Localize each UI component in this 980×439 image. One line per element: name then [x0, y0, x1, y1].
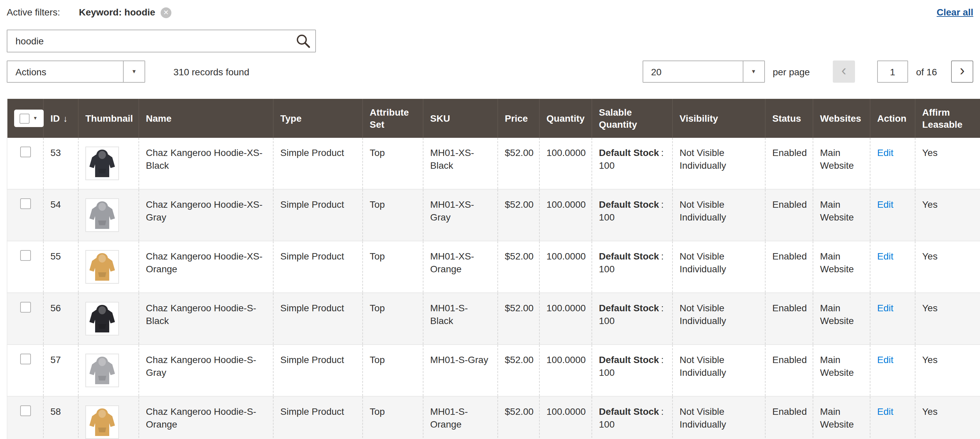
- col-header-status[interactable]: Status: [765, 99, 813, 138]
- cell-visibility: Not Visible Individually: [673, 345, 765, 396]
- search-button[interactable]: [294, 32, 312, 50]
- edit-link[interactable]: Edit: [877, 199, 893, 210]
- select-all-control[interactable]: ▼: [14, 110, 43, 127]
- row-checkbox[interactable]: [20, 250, 30, 261]
- edit-link[interactable]: Edit: [877, 251, 893, 261]
- cell-type: Simple Product: [273, 293, 363, 345]
- row-checkbox[interactable]: [20, 302, 30, 313]
- previous-page-button[interactable]: ‹: [833, 60, 855, 83]
- total-pages-text: of 16: [916, 66, 937, 77]
- cell-attribute-set: Top: [363, 345, 423, 396]
- cell-status: Enabled: [765, 189, 813, 241]
- col-header-id[interactable]: ID↓: [43, 99, 78, 138]
- chevron-down-icon[interactable]: ▼: [742, 61, 764, 82]
- cell-action: Edit: [870, 293, 915, 345]
- cell-visibility: Not Visible Individually: [673, 293, 765, 345]
- cell-salable-quantity: Default Stock: 100: [592, 138, 673, 189]
- grid-toolbar: Actions ▼ 310 records found 20 ▼ per pag…: [7, 60, 973, 83]
- cell-thumbnail: [78, 345, 139, 396]
- active-filters-bar: Active filters: Keyword: hoodie ✕ Clear …: [0, 0, 980, 19]
- remove-filter-icon[interactable]: ✕: [161, 7, 172, 18]
- hoodie-image: [89, 252, 116, 282]
- cell-type: Simple Product: [273, 138, 363, 189]
- actions-select[interactable]: Actions ▼: [7, 60, 145, 83]
- col-header-name[interactable]: Name: [139, 99, 273, 138]
- col-label: Action: [877, 113, 907, 124]
- per-page-select[interactable]: 20 ▼: [642, 60, 765, 83]
- col-label: Salable Quantity: [599, 107, 637, 130]
- cell-type: Simple Product: [273, 345, 363, 396]
- col-header-affirm-leasable[interactable]: Affirm Leasable: [915, 99, 980, 138]
- per-page-value: 20: [643, 61, 742, 82]
- per-page-label: per page: [773, 66, 810, 77]
- col-label: Thumbnail: [85, 113, 133, 124]
- filter-chip-keyword: Keyword: hoodie ✕: [79, 6, 172, 19]
- status-badge: Enabled: [772, 406, 807, 417]
- table-row: 57 Chaz Kangeroo Hoodie-S-Gray Simple Pr…: [7, 345, 980, 396]
- select-all-checkbox[interactable]: [19, 113, 30, 123]
- col-header-visibility[interactable]: Visibility: [673, 99, 765, 138]
- cell-action: Edit: [870, 396, 915, 439]
- cell-price: $52.00: [498, 138, 539, 189]
- col-header-quantity[interactable]: Quantity: [539, 99, 592, 138]
- hoodie-image: [89, 304, 116, 334]
- edit-link[interactable]: Edit: [877, 302, 893, 313]
- cell-websites: Main Website: [813, 396, 870, 439]
- cell-sku: MH01-XS-Black: [423, 138, 498, 189]
- cell-id: 54: [43, 189, 78, 241]
- cell-select: [7, 138, 43, 189]
- cell-salable-quantity: Default Stock: 100: [592, 241, 673, 293]
- next-page-button[interactable]: ›: [951, 60, 973, 83]
- col-header-sku[interactable]: SKU: [423, 99, 498, 138]
- cell-action: Edit: [870, 138, 915, 189]
- cell-salable-quantity: Default Stock: 100: [592, 293, 673, 345]
- cell-sku: MH01-S-Orange: [423, 396, 498, 439]
- cell-websites: Main Website: [813, 241, 870, 293]
- cell-websites: Main Website: [813, 189, 870, 241]
- edit-link[interactable]: Edit: [877, 406, 893, 417]
- cell-name: Chaz Kangeroo Hoodie-XS-Gray: [139, 189, 273, 241]
- search-input[interactable]: [7, 30, 316, 52]
- cell-thumbnail: [78, 138, 139, 189]
- pagination-controls: 20 ▼ per page ‹ of 16 ›: [642, 60, 973, 83]
- clear-all-link[interactable]: Clear all: [937, 6, 973, 19]
- col-header-action: Action: [870, 99, 915, 138]
- cell-salable-quantity: Default Stock: 100: [592, 189, 673, 241]
- col-header-websites[interactable]: Websites: [813, 99, 870, 138]
- row-checkbox[interactable]: [20, 354, 30, 364]
- cell-name: Chaz Kangeroo Hoodie-S-Gray: [139, 345, 273, 396]
- cell-name: Chaz Kangeroo Hoodie-S-Orange: [139, 396, 273, 439]
- row-checkbox[interactable]: [20, 406, 30, 416]
- col-header-price[interactable]: Price: [498, 99, 539, 138]
- col-header-attribute-set[interactable]: Attribute Set: [363, 99, 423, 138]
- col-header-type[interactable]: Type: [273, 99, 363, 138]
- product-thumbnail: [85, 302, 119, 336]
- col-label: Status: [772, 113, 801, 124]
- status-badge: Enabled: [772, 302, 807, 313]
- select-all-caret-icon[interactable]: ▼: [33, 112, 38, 124]
- status-badge: Enabled: [772, 354, 807, 365]
- table-header-row: ▼ ID↓ Thumbnail Name Type Attribute Set …: [7, 99, 980, 138]
- status-badge: Enabled: [772, 251, 807, 261]
- chevron-right-icon: ›: [960, 62, 965, 80]
- cell-visibility: Not Visible Individually: [673, 138, 765, 189]
- row-checkbox[interactable]: [20, 146, 30, 157]
- col-label: Websites: [820, 113, 861, 124]
- col-header-thumbnail[interactable]: Thumbnail: [78, 99, 139, 138]
- col-header-salable-quantity[interactable]: Salable Quantity: [592, 99, 673, 138]
- cell-id: 53: [43, 138, 78, 189]
- cell-salable-quantity: Default Stock: 100: [592, 396, 673, 439]
- edit-link[interactable]: Edit: [877, 147, 893, 158]
- chevron-left-icon: ‹: [841, 62, 846, 80]
- products-grid: ▼ ID↓ Thumbnail Name Type Attribute Set …: [7, 99, 980, 439]
- chevron-down-icon[interactable]: ▼: [123, 61, 145, 82]
- cell-thumbnail: [78, 241, 139, 293]
- cell-quantity: 100.0000: [539, 189, 592, 241]
- cell-type: Simple Product: [273, 241, 363, 293]
- cell-quantity: 100.0000: [539, 293, 592, 345]
- edit-link[interactable]: Edit: [877, 354, 893, 365]
- row-checkbox[interactable]: [20, 198, 30, 209]
- page-number-input[interactable]: [877, 60, 908, 83]
- cell-id: 58: [43, 396, 78, 439]
- cell-quantity: 100.0000: [539, 345, 592, 396]
